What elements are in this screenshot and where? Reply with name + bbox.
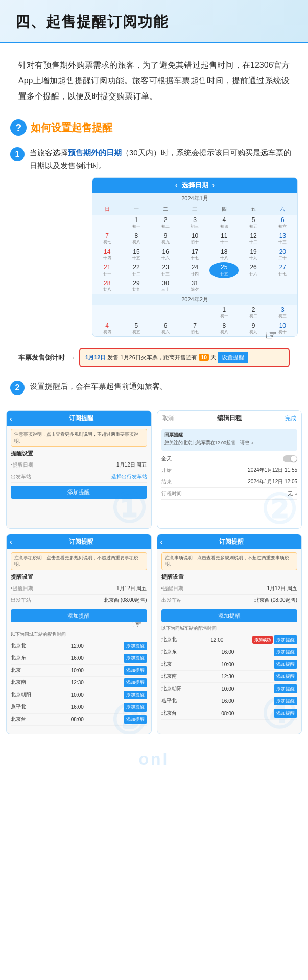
add-btn-container-bl: 添加提醒 ☞ (11, 606, 147, 622)
cal-day-jan25[interactable]: 25廿五 (209, 262, 239, 278)
hand-cursor-icon: ☞ (265, 327, 277, 344)
cal-day-feb6[interactable]: 6初六 (151, 321, 180, 336)
page-title: 四、起售提醒订阅功能 (15, 12, 293, 32)
toggle-tr[interactable] (283, 455, 297, 462)
watermark-area-tr: ② (161, 500, 298, 525)
cal-day-jan6[interactable]: 6初六 (268, 215, 297, 231)
toggle-row-tr: 全天 (161, 454, 298, 464)
feb-empty3 (151, 305, 180, 321)
watermark-area-br: ④ (161, 720, 298, 725)
countdown-row: 车票发售倒计时 → 1月12日 发售 1月26日火车票，距离开售还有 10 天 … (10, 346, 298, 370)
feb-empty2 (122, 305, 151, 321)
station-row-br-1: 北京北 12:00 添加成功 添加提醒 (161, 634, 298, 646)
section-label-br: 提醒设置 (161, 573, 298, 581)
station-row-bl-1: 北京北 12:00 添加提醒 (11, 640, 147, 652)
field-row-tl-2: 出发车站 选择出行发车站 (11, 471, 147, 483)
warning-text-bl: 注意事项说明，点击查看更多规则说明，不超过两重要事项说明。 (14, 555, 138, 567)
cal-day-jan1[interactable]: 1初一 (122, 215, 151, 231)
cal-day-jan29[interactable]: 29廿九 (122, 278, 151, 294)
cal-day-jan20[interactable]: 20二十 (268, 247, 297, 262)
back-arrow-bl[interactable]: ‹ (10, 537, 12, 546)
warning-text-tl: 注意事项说明，点击查看更多规则说明，不超过两重要事项说明。 (14, 432, 138, 444)
field-value-tl-2: 选择出行发车站 (111, 473, 147, 480)
field-row-br-2: 出发车站 北京西 (08:00起售) (161, 595, 298, 606)
station-btn-bl-2[interactable]: 添加提醒 (124, 654, 147, 663)
cal-next[interactable]: › (212, 181, 215, 189)
countdown-label: 车票发售倒计时 (18, 353, 65, 362)
cal-day-jan15[interactable]: 15十五 (122, 247, 151, 262)
cal-day-feb3[interactable]: 3初三 (268, 305, 297, 321)
cal-day-jan19[interactable]: 19十九 (239, 247, 268, 262)
cal-prev[interactable]: ‹ (175, 181, 178, 189)
warning-box-bl: 注意事项说明，点击查看更多规则说明，不超过两重要事项说明。 (11, 552, 147, 570)
cal-day-jan12[interactable]: 12十二 (239, 231, 268, 247)
subscribe-button[interactable]: 设置提醒 (218, 352, 248, 363)
cal-day-feb7[interactable]: 7初七 (180, 321, 209, 336)
cal-day-empty (92, 215, 122, 231)
jan-label: 2024年1月 (92, 193, 297, 204)
right-title-tr: 编辑日程 (217, 414, 242, 423)
cal-day-feb4[interactable]: 4初四 (92, 321, 122, 336)
cal-day-jan31[interactable]: 31除夕 (180, 278, 209, 294)
jan-week2: 7初七 8初八 9初九 10初十 11十一 12十二 13十三 (92, 231, 297, 247)
cal-day-jan28[interactable]: 28廿八 (92, 278, 122, 294)
cal-day-jan21[interactable]: 21廿一 (92, 262, 122, 278)
station-btn-br-1[interactable]: 添加提醒 (274, 635, 297, 644)
cal-day-jan5[interactable]: 5初五 (239, 215, 268, 231)
cal-day-jan27[interactable]: 27廿七 (268, 262, 297, 278)
field-value-tr-end: 2024年1月12日 12:05 (248, 478, 297, 485)
ticket-title-tr: 回票提醒 (164, 432, 295, 438)
done-btn-tr[interactable]: 完成 (285, 414, 296, 422)
calendar: ‹ 选择日期 › 2024年1月 日 一 二 三 四 五 六 (92, 177, 298, 337)
cal-day-jan22[interactable]: 22廿二 (122, 262, 151, 278)
station-row-br-3: 北京 10:00 添加提醒 (161, 658, 298, 671)
cal-day-jan23[interactable]: 23廿三 (151, 262, 180, 278)
cal-day-jan30[interactable]: 30三十 (151, 278, 180, 294)
app-body-br: 注意事项说明，点击查看更多规则说明，不超过两重要事项说明。 提醒设置 •提醒日期… (157, 549, 302, 728)
add-btn-bl[interactable]: 添加提醒 (11, 609, 147, 622)
station-btn-bl-3[interactable]: 添加提醒 (124, 666, 147, 675)
step2-number: 2 (10, 381, 25, 395)
station-btn-bl-1[interactable]: 添加提醒 (124, 642, 147, 650)
cal-day-jan16[interactable]: 16十六 (151, 247, 180, 262)
cal-day-jan14[interactable]: 14十四 (92, 247, 122, 262)
cal-day-jan11[interactable]: 11十一 (209, 231, 239, 247)
toggle-label-tr: 全天 (161, 455, 172, 462)
cal-day-jan9[interactable]: 9初九 (151, 231, 180, 247)
cal-day-jan7[interactable]: 7初七 (92, 231, 122, 247)
add-btn-br[interactable]: 添加提醒 (161, 609, 298, 622)
cal-day-feb5[interactable]: 5初五 (122, 321, 151, 336)
cal-day-jan24[interactable]: 24廿四 (180, 262, 209, 278)
cal-day-jan10[interactable]: 10初十 (180, 231, 209, 247)
field-label-bl-2: 出发车站 (11, 597, 31, 604)
station-btn-br-3[interactable]: 添加提醒 (274, 660, 297, 669)
field-row-br-1: •提醒日期 1月12日 周五 (161, 583, 298, 595)
page-header: 四、起售提醒订阅功能 (0, 0, 308, 43)
cal-day-jan8[interactable]: 8初八 (122, 231, 151, 247)
back-arrow-br[interactable]: ‹ (160, 537, 163, 546)
dow-wed: 三 (180, 204, 209, 215)
cal-day-jan18[interactable]: 18十八 (209, 247, 239, 262)
cal-day-feb2[interactable]: 2初二 (239, 305, 268, 321)
watermark-1: ① (110, 488, 147, 528)
cal-day-jan4[interactable]: 4初四 (209, 215, 239, 231)
cal-day-jan17[interactable]: 17十七 (180, 247, 209, 262)
cancel-btn-tr[interactable]: 取消 (162, 414, 174, 422)
cal-day-feb1[interactable]: 1初一 (209, 305, 239, 321)
cal-day-feb8[interactable]: 8初八 (209, 321, 239, 336)
warning-box-br: 注意事项说明，点击查看更多规则说明，不超过两重要事项说明。 (161, 552, 298, 570)
cal-day-jan3[interactable]: 3初三 (180, 215, 209, 231)
station-btn-bl-4[interactable]: 添加提醒 (124, 678, 147, 687)
right-body-tr: 回票提醒 您关注的北京北站车票在12:00起售，请您 ○ 全天 开始 2024年… (157, 426, 302, 528)
cal-day-jan2[interactable]: 2初二 (151, 215, 180, 231)
field-row-tr-start: 开始 2024年1月12日 11:55 (161, 464, 298, 476)
screenshots-top: ‹ 订阅提醒 注意事项说明，点击查看更多规则说明，不超过两重要事项说明。 提醒设… (0, 405, 308, 534)
station-btn-br-4[interactable]: 添加提醒 (274, 672, 297, 681)
app-title-tl: 订阅提醒 (14, 414, 148, 423)
dow-tue: 二 (151, 204, 180, 215)
cal-day-jan13[interactable]: 13十三 (268, 231, 297, 247)
station-btn-br-2[interactable]: 添加提醒 (274, 648, 297, 656)
cal-day-jan26[interactable]: 26廿六 (239, 262, 268, 278)
section-label-tl: 提醒设置 (11, 450, 147, 457)
back-arrow-icon[interactable]: ‹ (10, 414, 12, 423)
